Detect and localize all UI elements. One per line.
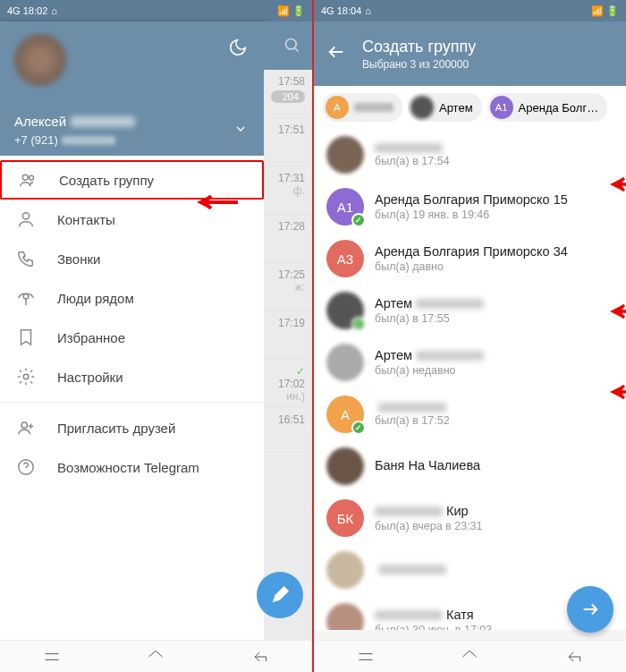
chatlist-background: 17:58204 17:51 17:31ф. 17:28 17:25ж: 17:… [264,21,312,672]
svg-point-0 [22,174,28,180]
selected-chip[interactable]: А [323,93,402,122]
nav-bar [0,640,312,672]
contact-status: был(а) в 17:55 [375,312,484,325]
status-icons: 📶 🔋 [591,5,619,17]
contact-name [375,565,446,574]
selection-count: Выбрано 3 из 200000 [362,58,476,71]
contact-avatar: А [326,396,364,433]
contact-status: был(а) 30 июн. в 17:03 [375,624,492,630]
header: Создать группу Выбрано 3 из 200000 [314,21,626,86]
chip-label: Артем [439,101,473,115]
contact-status: был(а) давно [375,260,568,273]
menu-nearby[interactable]: Люди рядом [0,278,264,318]
drawer-panel: Алексей +7 (921) Создать группу Контакты [0,21,264,672]
svg-point-2 [22,213,29,219]
network-text: 4G 18:02 [7,5,47,16]
menu-label: Создать группу [59,173,154,188]
chat-time: 17:19 [271,317,305,329]
svg-point-3 [23,293,29,299]
contact-item[interactable]: Баня На Чалиева [314,440,626,492]
chat-time: 16:51 [271,413,305,426]
contact-name: Аренда Болгария Приморско 15 [375,192,568,207]
contact-item[interactable]: БК Кирбыл(а) вчера в 23:31 [314,492,626,544]
menu-settings[interactable]: Настройки [0,357,264,396]
selected-chip[interactable]: Артем [408,93,482,122]
screen-create-group: 4G 18:04 ⌂ 📶 🔋 Создать группу Выбрано 3 … [314,0,626,672]
menu-label: Избранное [57,330,125,345]
bookmark-icon [16,327,36,347]
menu-label: Пригласить друзей [57,421,175,436]
contact-item[interactable]: А1Аренда Болгария Приморско 15был(а) 19 … [314,181,626,233]
contact-name: Артем [375,348,484,362]
status-icons: 📶 🔋 [277,5,305,17]
contact-avatar [326,344,364,381]
page-title: Создать группу [362,38,476,56]
menu-nav-icon[interactable] [43,648,61,666]
contact-name: Катя [375,608,492,622]
contact-name: Кир [375,504,483,518]
contact-status: был(а) в 17:54 [375,155,450,167]
contact-item[interactable]: Артем был(а) недавно [314,336,626,388]
gear-icon [16,367,36,387]
contact-name [375,403,450,413]
home-nav-icon[interactable] [147,648,165,666]
back-nav-icon[interactable] [565,648,583,666]
chat-time: 17:02 [271,378,305,390]
menu-label: Контакты [57,212,115,227]
selected-chip[interactable]: А1Аренда Болг… [487,93,608,122]
compose-fab[interactable] [257,572,303,618]
next-fab[interactable] [567,586,613,633]
contact-status: был(а) 19 янв. в 19:46 [375,208,568,221]
menu-label: Настройки [57,370,123,385]
chat-time: 17:51 [271,123,305,136]
contact-item[interactable]: А3Аренда Болгария Приморско 34был(а) дав… [314,233,626,285]
network-text: 4G 18:04 [321,5,361,16]
chat-time: 17:25 [271,268,305,281]
contact-status: был(а) вчера в 23:31 [375,520,483,532]
chevron-down-icon[interactable] [233,122,248,140]
back-icon[interactable] [326,42,346,65]
unread-badge: 204 [271,90,305,103]
nearby-icon [16,288,36,308]
chat-time: 17:31 [271,172,305,184]
menu-create-group[interactable]: Создать группу [0,160,264,200]
menu-invite[interactable]: Пригласить друзей [0,408,264,447]
red-arrow-annotation [197,195,238,213]
menu-saved[interactable]: Избранное [0,318,264,357]
screen-drawer: 4G 18:02 ⌂ 📶 🔋 Алексей +7 (921) Создать … [0,0,312,672]
contact-item[interactable]: был(а) в 17:54 [314,129,626,181]
contact-avatar [326,292,364,329]
invite-icon [16,418,36,438]
contact-avatar: БК [326,499,364,537]
contact-item[interactable]: А был(а) в 17:52 [314,388,626,440]
svg-point-7 [286,39,297,50]
menu-label: Возможности Telegram [57,460,199,475]
home-nav-icon[interactable] [461,648,478,666]
contact-item[interactable]: Артем был(а) в 17:55 [314,285,626,336]
contact-name [375,143,450,153]
user-phone: +7 (921) [14,133,58,147]
contact-avatar [326,603,364,630]
chat-time: 17:28 [271,220,305,233]
menu-help[interactable]: Возможности Telegram [0,447,264,487]
night-mode-icon[interactable] [228,38,248,61]
drawer-header[interactable]: Алексей +7 (921) [0,21,264,156]
contact-status: был(а) недавно [375,364,484,377]
svg-point-5 [21,422,27,428]
contact-avatar [326,551,364,589]
contact-avatar: А3 [326,240,364,277]
menu-nav-icon[interactable] [357,648,375,666]
avatar[interactable] [14,34,66,86]
status-bar: 4G 18:04 ⌂ 📶 🔋 [314,0,626,21]
nav-bar [314,640,626,672]
chip-label [354,103,393,112]
search-icon[interactable] [264,21,312,70]
help-icon [16,457,36,477]
back-nav-icon[interactable] [251,648,269,666]
phone-icon [16,249,36,268]
menu-label: Люди рядом [57,291,134,306]
contact-avatar [326,447,364,485]
contact-name: Аренда Болгария Приморско 34 [375,244,568,259]
menu-calls[interactable]: Звонки [0,239,264,278]
contact-name: Артем [375,296,484,310]
